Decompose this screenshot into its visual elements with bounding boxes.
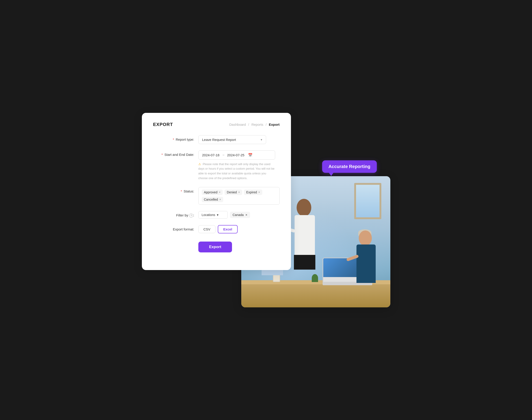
date-range-col: 2024-07-18 → 2024-07-25 📅 ⚠ Please note … (198, 150, 275, 181)
required-star-3: * (181, 189, 182, 193)
calendar-icon: 📅 (248, 153, 252, 157)
reporting-bubble-text: Accurate Reporting (328, 164, 370, 169)
breadcrumb-dashboard[interactable]: Dashboard (229, 123, 246, 126)
tag-approved: Approved × (202, 190, 223, 195)
woman-center-shirt (294, 215, 315, 256)
export-button[interactable]: Export (198, 241, 232, 252)
tag-expired: Expired × (244, 190, 262, 195)
date-range-picker[interactable]: 2024-07-18 → 2024-07-25 📅 (198, 150, 275, 160)
date-range-label: * Start and End Date: (153, 150, 198, 156)
filter-row-content: Locations ▾ Canada × (198, 211, 250, 219)
export-format-row: Export format: CSV Excel (153, 225, 280, 233)
breadcrumb-sep-1: / (248, 123, 249, 126)
excel-button[interactable]: Excel (218, 225, 238, 233)
page-title: EXPORT (153, 122, 173, 127)
help-icon[interactable]: ? (189, 213, 193, 218)
woman-right-head (359, 230, 372, 246)
reporting-bubble: Accurate Reporting (322, 160, 377, 173)
end-date: 2024-07-25 (227, 153, 244, 157)
filter-type-select[interactable]: Locations ▾ (198, 211, 228, 219)
breadcrumb-export: Export (269, 123, 280, 126)
breadcrumb-reports[interactable]: Reports (252, 123, 263, 126)
report-type-value: Leave Request Report (202, 138, 236, 142)
tag-denied-remove[interactable]: × (238, 191, 240, 194)
tag-approved-remove[interactable]: × (219, 191, 221, 194)
tag-expired-label: Expired (246, 190, 257, 194)
status-row: * Status: Approved × Denied × Expired × (153, 187, 280, 205)
woman-center-head (297, 199, 311, 216)
breadcrumb: Dashboard / Reports / Export (229, 123, 280, 126)
filter-value-tag: Canada × (230, 212, 250, 218)
start-date: 2024-07-18 (202, 153, 220, 157)
warning-icon: ⚠ (198, 162, 201, 166)
filter-value-label: Canada (233, 213, 244, 217)
export-button-spacer (153, 240, 198, 242)
filter-chevron-icon: ▾ (217, 213, 218, 217)
person-woman-center (286, 194, 325, 307)
arrow-icon: → (222, 153, 225, 157)
export-button-row: Export (153, 240, 280, 252)
status-label: * Status: (153, 187, 198, 193)
filter-type-value: Locations (202, 213, 215, 217)
export-form-card: EXPORT Dashboard / Reports / Export * Re… (142, 113, 291, 270)
export-format-label: Export format: (153, 225, 198, 231)
status-tags-container[interactable]: Approved × Denied × Expired × Cancelled … (198, 187, 280, 205)
woman-right-shirt (356, 244, 376, 283)
tag-cancelled-remove[interactable]: × (219, 198, 221, 201)
required-star: * (173, 137, 174, 141)
tag-cancelled-label: Cancelled (204, 198, 218, 201)
tag-expired-remove[interactable]: × (258, 191, 260, 194)
report-type-row: * Report type: Leave Request Report ▾ (153, 135, 280, 144)
csv-button[interactable]: CSV (198, 225, 216, 233)
report-type-label: * Report type: (153, 135, 198, 141)
report-type-select[interactable]: Leave Request Report ▾ (198, 135, 266, 144)
date-range-row: * Start and End Date: 2024-07-18 → 2024-… (153, 150, 280, 181)
tag-denied: Denied × (224, 190, 242, 195)
required-star-2: * (162, 153, 163, 156)
tag-approved-label: Approved (204, 190, 218, 194)
person-woman-right (350, 217, 384, 307)
tag-cancelled: Cancelled × (202, 197, 224, 202)
chevron-down-icon: ▾ (261, 138, 262, 141)
date-warning: ⚠ Please note that the report will only … (198, 162, 275, 181)
tag-denied-label: Denied (227, 190, 237, 194)
format-row-content: CSV Excel (198, 225, 238, 233)
filter-value-remove[interactable]: × (246, 213, 247, 217)
woman-center-waist (294, 255, 315, 270)
filter-by-row: Filter by ?: Locations ▾ Canada × (153, 211, 280, 219)
filter-by-label: Filter by ?: (153, 211, 198, 218)
bg-window (354, 183, 381, 219)
breadcrumb-sep-2: / (266, 123, 266, 126)
